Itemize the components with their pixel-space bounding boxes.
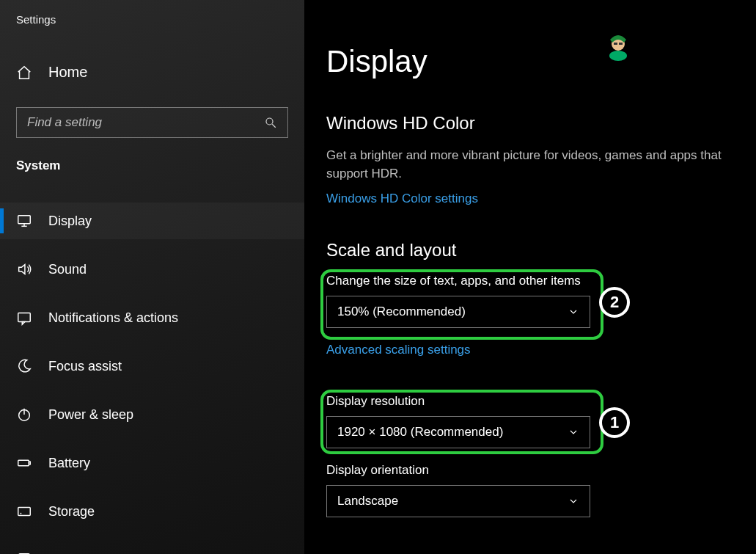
text-size-label: Change the size of text, apps, and other…	[326, 274, 741, 288]
main-panel: Display Windows HD Color Get a brighter …	[304, 0, 756, 554]
sidebar-item-label: Notifications & actions	[48, 310, 178, 326]
battery-icon	[16, 455, 32, 471]
svg-rect-12	[18, 508, 31, 516]
badge-2: 2	[599, 287, 630, 318]
badge-1: 1	[599, 407, 630, 438]
text-size-value: 150% (Recommended)	[337, 305, 466, 319]
svg-point-13	[21, 513, 22, 514]
sidebar-item-display[interactable]: Display	[0, 203, 304, 239]
sidebar-item-notifications-actions[interactable]: Notifications & actions	[0, 299, 304, 336]
sidebar-item-label: Battery	[48, 456, 90, 471]
sidebar: Settings Home System DisplaySoundNotific…	[0, 0, 304, 554]
power-icon	[16, 407, 32, 423]
storage-icon	[16, 503, 32, 520]
text-size-dropdown[interactable]: 150% (Recommended)	[326, 296, 590, 328]
search-icon	[264, 116, 277, 129]
hdcolor-heading: Windows HD Color	[326, 113, 741, 134]
sidebar-item-battery[interactable]: Battery	[0, 445, 304, 481]
sidebar-item-label: Power & sleep	[48, 407, 133, 423]
sound-icon	[16, 261, 32, 277]
sidebar-item-power-sleep[interactable]: Power & sleep	[0, 396, 304, 433]
text-size-block: 2 Change the size of text, apps, and oth…	[326, 274, 741, 328]
sidebar-item-label: Storage	[48, 504, 95, 520]
sidebar-item-focus-assist[interactable]: Focus assist	[0, 348, 304, 384]
notify-icon	[16, 310, 32, 326]
svg-point-0	[266, 118, 273, 125]
display-icon	[16, 213, 32, 229]
sidebar-item-label: Display	[48, 214, 92, 229]
search-input[interactable]	[16, 107, 288, 138]
svg-line-1	[272, 124, 276, 128]
orientation-block: Display orientation Landscape	[326, 463, 741, 517]
home-button[interactable]: Home	[0, 57, 304, 88]
resolution-label: Display resolution	[326, 394, 741, 409]
moon-icon	[16, 358, 32, 374]
search-field[interactable]	[27, 115, 264, 130]
home-label: Home	[48, 64, 87, 81]
orientation-value: Landscape	[337, 494, 398, 509]
app-title: Settings	[0, 13, 304, 26]
resolution-dropdown[interactable]: 1920 × 1080 (Recommended)	[326, 416, 590, 448]
hdcolor-settings-link[interactable]: Windows HD Color settings	[326, 192, 478, 206]
svg-rect-19	[619, 43, 623, 45]
avatar	[605, 29, 631, 62]
chevron-down-icon	[568, 495, 579, 507]
svg-marker-5	[19, 265, 25, 274]
svg-rect-11	[29, 462, 30, 464]
nav-list: DisplaySoundNotifications & actionsFocus…	[0, 203, 304, 554]
orientation-label: Display orientation	[326, 463, 741, 478]
orientation-dropdown[interactable]: Landscape	[326, 485, 590, 517]
resolution-value: 1920 × 1080 (Recommended)	[337, 425, 503, 440]
hdcolor-desc: Get a brighter and more vibrant picture …	[326, 147, 737, 183]
svg-rect-2	[18, 216, 31, 224]
group-label: System	[0, 158, 304, 173]
resolution-block: 1 Display resolution 1920 × 1080 (Recomm…	[326, 394, 741, 448]
svg-point-16	[609, 51, 627, 61]
home-icon	[16, 65, 32, 81]
svg-marker-7	[22, 322, 25, 325]
chevron-down-icon	[568, 306, 579, 318]
sidebar-item-label: Sound	[48, 262, 87, 277]
sidebar-item-storage[interactable]: Storage	[0, 493, 304, 530]
sidebar-item-tablet[interactable]: Tablet	[0, 542, 304, 554]
sidebar-item-label: Focus assist	[48, 359, 122, 374]
page-title: Display	[326, 44, 741, 79]
chevron-down-icon	[568, 426, 579, 438]
svg-rect-10	[18, 460, 29, 465]
svg-rect-18	[614, 43, 617, 45]
scale-heading: Scale and layout	[326, 240, 741, 260]
sidebar-item-sound[interactable]: Sound	[0, 251, 304, 288]
advanced-scaling-link[interactable]: Advanced scaling settings	[326, 343, 471, 357]
svg-rect-6	[18, 313, 31, 322]
